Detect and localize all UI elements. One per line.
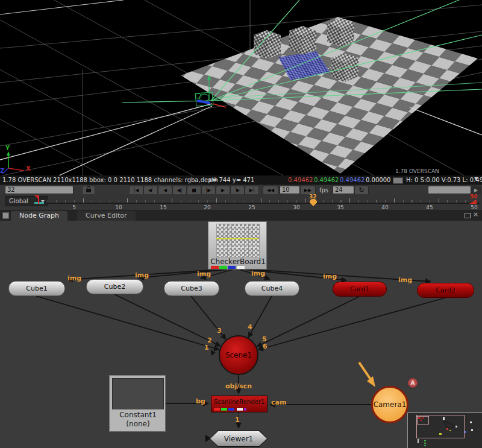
viewport-3d[interactable]: Y X Z 1.78 OVERSCAN bbox=[0, 0, 482, 175]
channel-chip-depth bbox=[244, 408, 246, 411]
channel-chip-red bbox=[211, 266, 219, 269]
minimap-node bbox=[420, 420, 422, 421]
end-frame-label: 50 bbox=[470, 194, 478, 200]
minimap-node bbox=[443, 417, 445, 420]
tab-curve-editor[interactable]: Curve Editor bbox=[77, 211, 136, 221]
node-graph-minimap[interactable] bbox=[407, 412, 482, 448]
channel-chip-blue bbox=[228, 408, 234, 411]
overscan-overlay-label: 1.78 OVERSCAN bbox=[395, 168, 439, 174]
wire-label-bg: bg bbox=[196, 397, 205, 405]
node-label: CheckerBoard1 bbox=[208, 257, 268, 266]
node-scene1[interactable]: Scene1 bbox=[219, 335, 258, 375]
wire-label-img: img bbox=[197, 270, 211, 278]
channel-chip-alpha bbox=[237, 266, 245, 269]
node-card1[interactable]: Card1 bbox=[333, 282, 387, 297]
node-cube4[interactable]: Cube4 bbox=[245, 281, 299, 296]
minimap-node bbox=[418, 417, 421, 419]
wire-label-1: 1 bbox=[204, 344, 209, 352]
nuke-window: Y X Z 1.78 OVERSCAN 1.78 OVERSCAN 2110x1… bbox=[0, 0, 482, 448]
ruler-major-ticks bbox=[39, 198, 477, 203]
start-frame-marker[interactable] bbox=[38, 195, 39, 204]
constant-thumbnail bbox=[112, 378, 164, 409]
minimap-node bbox=[439, 433, 442, 435]
format-info: 1.78 OVERSCAN 2110x1188 bbox: 0 0 2110 1… bbox=[2, 177, 218, 183]
node-checkerboard1[interactable]: CheckerBoard1 bbox=[208, 221, 267, 270]
node-sublabel: (none) bbox=[110, 420, 166, 428]
minimap-node bbox=[446, 428, 448, 430]
node-label: Constant1 bbox=[110, 411, 166, 419]
wire-label-cam: cam bbox=[271, 399, 286, 406]
tab-node-graph[interactable]: Node Graph bbox=[11, 211, 67, 221]
node-camera1[interactable]: Camera1 bbox=[371, 386, 408, 423]
range-display-field[interactable] bbox=[428, 186, 471, 194]
wire-label-2: 2 bbox=[207, 336, 212, 344]
range-scope-value: Global bbox=[9, 198, 28, 204]
checkerboard-thumbnail bbox=[216, 224, 260, 257]
wire-label-viewer-input: 1 bbox=[235, 416, 240, 424]
cursor-position: x= 744 y= 471 bbox=[208, 177, 254, 183]
viewer-status-bar: 1.78 OVERSCAN 2110x1188 bbox: 0 0 2110 1… bbox=[0, 175, 482, 185]
minimap-node bbox=[455, 426, 457, 427]
close-icon[interactable]: × bbox=[473, 210, 478, 218]
channel-chip-alpha bbox=[237, 408, 243, 411]
minimap-node bbox=[470, 421, 472, 423]
wire-label-img: img bbox=[135, 271, 149, 279]
panel-tab-bar: Node Graph Curve Editor × bbox=[0, 210, 482, 221]
node-label: ScanlineRender1 bbox=[214, 399, 264, 405]
transport-bar: 32 |◀ ◀' ◀ ◀| ■ |▶ ▶ '▶ ▶| ◀◀ 10 ▶▶ fps … bbox=[0, 185, 482, 195]
fps-field[interactable]: 24 bbox=[333, 186, 354, 194]
panel-menu-icon[interactable] bbox=[2, 212, 9, 219]
node-card2[interactable]: Card2 bbox=[417, 283, 474, 298]
wire-label-img: img bbox=[67, 274, 81, 282]
lock-icon bbox=[86, 189, 91, 192]
frame-increment-field[interactable]: 10 bbox=[280, 186, 300, 194]
minimap-node bbox=[471, 429, 473, 431]
node-label: Cube2 bbox=[104, 283, 125, 291]
fps-label: fps bbox=[319, 187, 328, 194]
play-range-bar bbox=[34, 202, 44, 204]
sample-red: 0.49462 bbox=[288, 177, 313, 183]
end-frame-marker[interactable] bbox=[469, 200, 477, 204]
minimap-node bbox=[424, 445, 426, 446]
sample-green: 0.49462 bbox=[314, 177, 339, 183]
axis-label-z: Z bbox=[0, 168, 4, 174]
float-panel-icon[interactable] bbox=[465, 213, 471, 218]
animation-badge: A bbox=[408, 378, 418, 388]
status-caret-icon[interactable]: ▼ bbox=[474, 176, 478, 181]
node-label: Card2 bbox=[436, 286, 455, 294]
sample-blue: 0.49462 bbox=[340, 177, 365, 183]
current-frame-field[interactable]: 32 bbox=[5, 186, 74, 194]
channel-chip-red bbox=[214, 408, 220, 411]
node-viewer1[interactable]: Viewer1 bbox=[210, 431, 268, 447]
minimap-node bbox=[424, 443, 426, 444]
node-graph-panel[interactable]: CheckerBoard1 Cube1 Cube2 Cube3 Cube4 Ca… bbox=[0, 221, 482, 448]
node-label: Cube4 bbox=[261, 285, 283, 292]
node-label: Viewer1 bbox=[224, 435, 253, 443]
wire-label-img: img bbox=[398, 276, 412, 284]
minimap-node bbox=[449, 430, 451, 431]
wire-label-3: 3 bbox=[217, 327, 222, 335]
node-label: Cube3 bbox=[181, 285, 202, 292]
node-constant1[interactable]: Constant1 (none) bbox=[109, 375, 166, 432]
minimap-node bbox=[424, 440, 426, 441]
playhead-marker[interactable] bbox=[310, 199, 317, 203]
node-scanlinerender1[interactable]: ScanlineRender1 bbox=[211, 396, 268, 412]
color-swatch bbox=[393, 177, 403, 184]
node-cube1[interactable]: Cube1 bbox=[8, 281, 65, 296]
wire-label-objscn: obj/scn bbox=[225, 382, 252, 390]
minimap-node bbox=[465, 431, 466, 433]
node-cube3[interactable]: Cube3 bbox=[164, 281, 219, 296]
timeline-ruler[interactable]: Global 5 10 15 20 25 30 35 40 45 50 32 5… bbox=[0, 194, 482, 210]
channel-chip-green bbox=[221, 408, 227, 411]
axis-label-y: Y bbox=[5, 145, 10, 151]
node-cube2[interactable]: Cube2 bbox=[86, 279, 143, 294]
channel-chip-green bbox=[219, 266, 227, 269]
node-label: Camera1 bbox=[374, 400, 407, 409]
node-label: Scene1 bbox=[225, 351, 252, 359]
minimap-node bbox=[422, 417, 424, 419]
node-label: Card1 bbox=[350, 285, 370, 293]
axis-label-x: X bbox=[26, 165, 31, 172]
minimap-node bbox=[418, 439, 419, 443]
sample-alpha: 0.00000 bbox=[366, 177, 390, 183]
node-label: Cube1 bbox=[26, 285, 47, 292]
